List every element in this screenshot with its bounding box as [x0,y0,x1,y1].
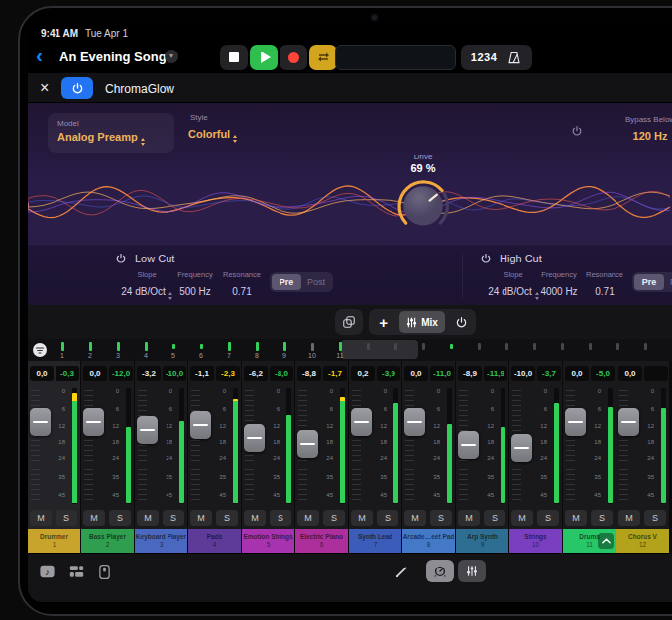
solo-button[interactable]: S [644,510,666,526]
channel-strip[interactable]: -10,0-3,7061218243545MSStrings10 [509,361,562,553]
post-button[interactable]: Post [664,274,672,290]
faders-view-button[interactable] [458,560,486,582]
count-in-button[interactable]: 1234 [471,52,497,63]
fader-handle[interactable] [565,408,586,436]
channel-strip[interactable]: 0,2-3,9061218243545MSSynth Lead7 [349,361,401,553]
channel-strip[interactable]: 0,0-5,0061218243545MSDrums11 [563,361,616,553]
pre-button[interactable]: Pre [272,274,301,290]
track-name-chip[interactable]: Emotion Strings5 [242,529,294,553]
bypass-power-icon[interactable] [571,125,583,137]
mute-button[interactable]: M [83,510,105,526]
fader-handle[interactable] [511,434,532,462]
chevron-down-icon[interactable]: ▾ [165,50,178,63]
low-cut-resonance[interactable]: Resonance 0.71 [218,270,266,299]
volume-readout[interactable]: 0,0 [618,366,642,381]
channel-strip[interactable]: 0,0-11,0061218243545MSArcade…eet Pad8 [402,361,455,553]
volume-readout[interactable]: 0,0 [83,366,107,381]
cycle-button[interactable] [309,45,337,70]
volume-readout[interactable]: 0,0 [404,366,428,381]
controls-view-button[interactable] [426,560,454,582]
volume-readout[interactable]: -1,1 [190,366,214,381]
track-name-chip[interactable]: Drummer1 [28,529,80,553]
channel-power-button[interactable] [447,316,476,329]
duplicate-button[interactable] [335,309,363,335]
fader-handle[interactable] [458,431,479,459]
drive-knob[interactable] [392,174,455,234]
controller-icon[interactable] [93,561,115,582]
track-name-chip[interactable]: Chorus V12 [616,529,669,553]
mute-button[interactable]: M [511,510,533,526]
track-name-chip[interactable]: Arp Synth9 [456,529,508,553]
fader-handle[interactable] [404,408,425,436]
channel-strip[interactable]: 0,0061218243545MSChorus V12 [616,361,669,553]
model-selector[interactable]: Model Analog Preamp [48,113,174,153]
style-selector[interactable]: Style Colorful [188,113,237,143]
solo-button[interactable]: S [323,510,345,526]
fader-handle[interactable] [83,408,104,436]
solo-button[interactable]: S [377,510,398,526]
plugin-power-button[interactable] [61,77,93,99]
back-chevron-icon[interactable]: ‹ [36,43,43,68]
filter-icon[interactable] [32,342,48,358]
fader-handle[interactable] [137,416,158,444]
volume-readout[interactable]: 0,2 [351,366,375,381]
volume-readout[interactable]: 0,0 [565,366,589,381]
mute-button[interactable]: M [351,510,373,526]
solo-button[interactable]: S [216,510,238,526]
mute-button[interactable]: M [137,510,159,526]
post-button[interactable]: Post [301,274,331,290]
low-cut-power-icon[interactable] [115,253,127,264]
solo-button[interactable]: S [484,510,505,526]
track-name-chip[interactable]: Drums11 [563,529,616,553]
channel-strip[interactable]: -8,9-11,9061218243545MSArp Synth9 [456,361,508,553]
drive-knob-group[interactable]: Drive 69 % [392,153,455,234]
record-button[interactable] [280,45,307,70]
fader-handle[interactable] [618,408,639,436]
low-cut-slope[interactable]: Slope 24 dB/Oct [119,270,174,300]
collapse-button[interactable] [598,533,614,549]
stop-button[interactable] [220,45,248,70]
track-name-chip[interactable]: Synth Lead7 [349,529,401,553]
volume-readout[interactable]: 0,0 [30,366,54,381]
mix-button[interactable]: Mix [399,311,445,333]
solo-button[interactable]: S [163,510,184,526]
fader-handle[interactable] [244,424,265,452]
edit-pencil-icon[interactable] [391,561,412,582]
channel-strip[interactable]: 0,0-12,0061218243545MSBass Player2 [81,361,134,553]
fader-handle[interactable] [297,430,318,458]
volume-readout[interactable]: -8,9 [458,366,482,381]
solo-button[interactable]: S [537,510,559,526]
metronome-icon[interactable] [506,51,522,65]
track-name-chip[interactable]: Keyboard Player3 [135,529,187,553]
high-cut-frequency[interactable]: Frequency 4000 Hz [533,270,585,299]
volume-readout[interactable]: -3,2 [137,366,161,381]
track-name-chip[interactable]: Bass Player2 [81,529,134,553]
high-cut-power-icon[interactable] [480,253,492,264]
solo-button[interactable]: S [591,510,613,526]
volume-readout[interactable]: -6,2 [244,366,268,381]
track-name-chip[interactable]: Electric Piano6 [295,529,348,553]
pre-button[interactable]: Pre [634,274,664,290]
mute-button[interactable]: M [190,510,212,526]
volume-readout[interactable]: -8,8 [297,366,321,381]
track-name-chip[interactable]: Arcade…eet Pad8 [402,529,455,553]
plugins-icon[interactable] [65,561,87,582]
channel-strip[interactable]: -3,2-10,0061218243545MSKeyboard Player3 [135,361,187,553]
solo-button[interactable]: S [270,510,291,526]
track-name-chip[interactable]: Pads4 [188,529,241,553]
channel-navigator[interactable]: 1234567891011 [28,339,672,361]
solo-button[interactable]: S [430,510,452,526]
browser-icon[interactable]: ♪ [36,561,57,582]
channel-strip[interactable]: -8,8-1,7061218243545MSElectric Piano6 [295,361,348,553]
mute-button[interactable]: M [618,510,640,526]
low-cut-frequency[interactable]: Frequency 500 Hz [170,270,220,299]
channel-strip[interactable]: -6,2-8,0061218243545MSEmotion Strings5 [242,361,294,553]
solo-button[interactable]: S [109,510,131,526]
channel-strip[interactable]: -1,1-2,3061218243545MSPads4 [188,361,241,553]
fader-handle[interactable] [30,408,51,436]
level-field[interactable]: Level 0.0 [642,115,672,144]
volume-readout[interactable]: -10,0 [511,366,535,381]
mute-button[interactable]: M [404,510,426,526]
channel-strip[interactable]: 0,0-0,3061218243545MSDrummer1 [28,361,80,553]
fader-handle[interactable] [190,411,211,439]
